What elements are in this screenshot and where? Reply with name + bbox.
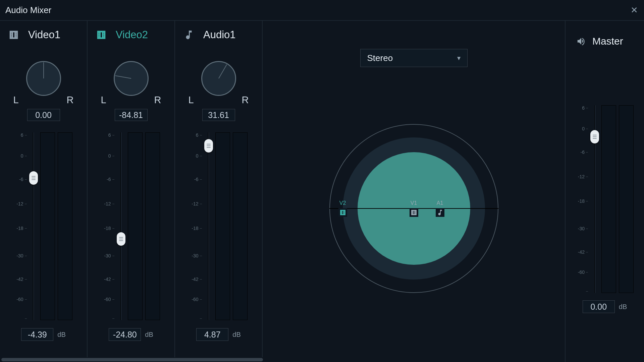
scale-tick: -42: [577, 249, 588, 255]
channel-name: Video1: [28, 29, 60, 41]
chevron-down-icon: ▾: [457, 54, 461, 62]
close-icon[interactable]: ✕: [631, 5, 638, 15]
scale-tick: -12: [191, 201, 202, 206]
scale-tick: [104, 318, 114, 319]
scale-tick: -18: [191, 226, 202, 231]
db-label: dB: [232, 331, 240, 339]
level-meter-r: [145, 132, 160, 320]
master-gain-value[interactable]: 0.00: [583, 300, 615, 313]
level-meters: [40, 132, 72, 320]
scale-tick: 0: [16, 153, 27, 159]
scale-tick: -6: [104, 177, 114, 182]
pan-l-label: L: [101, 95, 106, 106]
master-fader[interactable]: [591, 105, 598, 293]
output-mode-value: Stereo: [367, 53, 393, 63]
film-icon: [338, 208, 347, 217]
scale-tick: -60: [16, 297, 27, 302]
film-icon: [96, 29, 107, 41]
scale-tick: -30: [577, 226, 588, 231]
gain-value[interactable]: -4.39: [21, 328, 53, 341]
scale-tick: 6: [16, 132, 27, 138]
level-meter-r: [58, 132, 72, 320]
pan-l-label: L: [13, 95, 19, 106]
channel-header[interactable]: Video2: [88, 29, 148, 41]
channel-audio1: Audio1LR31.6160-6-12-18-30-42-604.87dB: [175, 21, 263, 362]
pan-node-v2[interactable]: V2: [338, 200, 347, 217]
scale-tick: -6: [191, 177, 202, 182]
pan-node-v1[interactable]: V1: [410, 200, 418, 217]
master-meter-r: [619, 105, 634, 293]
pan-r-label: R: [242, 95, 249, 106]
gain-fader[interactable]: [30, 132, 37, 320]
pan-node-label: V2: [339, 200, 346, 206]
channel-video1: Video1LR0.0060-6-12-18-30-42-60-4.39dB: [0, 21, 88, 362]
gain-fader-thumb[interactable]: [29, 171, 38, 185]
scale-tick: -30: [191, 253, 202, 258]
scale-tick: -6: [577, 149, 588, 155]
channel-name: Video2: [116, 29, 148, 41]
pan-node-a1[interactable]: A1: [436, 200, 444, 217]
scale-tick: 6: [577, 105, 588, 111]
surround-panel: Stereo ▾ V2V1A1: [263, 21, 566, 362]
output-mode-select[interactable]: Stereo ▾: [360, 49, 468, 67]
master-scale: 60-6-12-18-30-42-60: [576, 105, 588, 293]
scale-tick: 0: [577, 126, 588, 131]
gain-fader-thumb[interactable]: [204, 139, 213, 153]
pan-r-label: R: [154, 95, 161, 106]
scale-tick: -60: [577, 269, 588, 275]
master-fader-block: 60-6-12-18-30-42-60: [576, 105, 634, 293]
level-meters: [128, 132, 160, 320]
db-label: dB: [145, 331, 153, 339]
pan-stage[interactable]: V2V1A1: [329, 124, 498, 293]
scale-tick: -60: [104, 297, 114, 302]
window-title: Audio Mixer: [5, 5, 51, 15]
gain-fader[interactable]: [118, 132, 124, 320]
fader-block: 60-6-12-18-30-42-60: [102, 132, 160, 320]
fader-scale: 60-6-12-18-30-42-60: [15, 132, 27, 320]
pan-node-label: V1: [411, 200, 417, 206]
scale-tick: -18: [577, 198, 588, 204]
pan-value[interactable]: -84.81: [115, 109, 148, 121]
scale-tick: -12: [104, 201, 114, 206]
scale-tick: [577, 291, 588, 292]
level-meter-r: [233, 132, 248, 320]
scale-tick: -42: [191, 277, 202, 282]
gain-value[interactable]: -24.80: [109, 328, 141, 341]
scale-tick: -18: [104, 226, 114, 231]
pan-r-label: R: [67, 95, 74, 106]
pan-value[interactable]: 31.61: [202, 109, 235, 121]
pan-l-label: L: [189, 95, 194, 106]
horizontal-scrollbar[interactable]: [0, 357, 264, 362]
film-icon: [8, 29, 19, 41]
speaker-icon: [576, 36, 586, 46]
master-label: Master: [592, 36, 623, 47]
gain-value[interactable]: 4.87: [196, 328, 228, 341]
gain-fader[interactable]: [205, 132, 212, 320]
scale-tick: -42: [104, 277, 114, 282]
scale-tick: -42: [16, 277, 27, 282]
pan-node-label: A1: [437, 200, 443, 206]
horizontal-scrollbar-thumb[interactable]: [1, 358, 263, 361]
master-meters: [601, 105, 634, 293]
fader-scale: 60-6-12-18-30-42-60: [102, 132, 114, 320]
scale-tick: 0: [191, 153, 202, 159]
scale-tick: -12: [577, 174, 588, 179]
channel-name: Audio1: [203, 29, 236, 41]
scale-tick: [16, 318, 27, 319]
db-label: dB: [619, 303, 627, 311]
pan-knob[interactable]: [26, 61, 61, 96]
channel-header[interactable]: Video1: [0, 29, 60, 41]
music-note-icon: [436, 208, 444, 217]
pan-knob[interactable]: [114, 61, 149, 96]
scale-tick: -60: [191, 297, 202, 302]
scale-tick: 0: [104, 153, 114, 159]
pan-value[interactable]: 0.00: [27, 109, 60, 121]
master-fader-thumb[interactable]: [590, 130, 599, 143]
channel-header[interactable]: Audio1: [175, 29, 236, 41]
scale-tick: -30: [16, 253, 27, 258]
scale-tick: -12: [16, 201, 27, 206]
gain-fader-thumb[interactable]: [117, 232, 125, 246]
channel-video2: Video2LR-84.8160-6-12-18-30-42-60-24.80d…: [88, 21, 175, 362]
pan-knob[interactable]: [201, 61, 236, 96]
scale-tick: -30: [104, 253, 114, 258]
